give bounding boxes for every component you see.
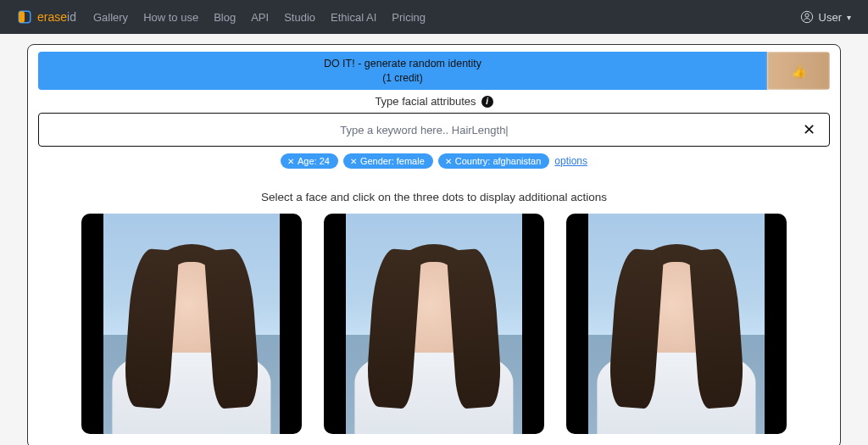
- face-image: [588, 214, 765, 434]
- thumbs-up-icon: 👍: [792, 64, 806, 78]
- nav-pricing[interactable]: Pricing: [392, 11, 426, 24]
- chip-age[interactable]: ✕ Age: 24: [281, 153, 338, 169]
- keyword-field[interactable]: ✕: [38, 113, 830, 147]
- doit-button[interactable]: DO IT! - generate random identity (1 cre…: [38, 52, 767, 90]
- options-link[interactable]: options: [554, 155, 587, 167]
- nav-api[interactable]: API: [251, 11, 269, 24]
- attributes-label: Type facial attributes: [375, 95, 476, 108]
- nav-gallery[interactable]: Gallery: [93, 11, 128, 24]
- chip-label: Country: afghanistan: [455, 156, 542, 166]
- brand-text: eraseid: [37, 10, 76, 24]
- chip-label: Age: 24: [298, 156, 330, 166]
- nav-ethical-ai[interactable]: Ethical AI: [331, 11, 376, 24]
- faces-row: [38, 214, 830, 434]
- nav-blog[interactable]: Blog: [214, 11, 236, 24]
- face-instruction: Select a face and click on the three dot…: [38, 191, 830, 203]
- svg-point-3: [804, 14, 808, 17]
- doit-row: DO IT! - generate random identity (1 cre…: [38, 52, 830, 90]
- brand[interactable]: eraseid: [17, 9, 76, 25]
- main-panel: DO IT! - generate random identity (1 cre…: [27, 44, 841, 445]
- doit-thumb-button[interactable]: 👍: [767, 52, 830, 90]
- nav-links: Gallery How to use Blog API Studio Ethic…: [93, 11, 800, 24]
- face-image: [103, 214, 280, 434]
- chevron-down-icon: ▾: [847, 13, 851, 22]
- chip-country[interactable]: ✕ Country: afghanistan: [438, 153, 550, 169]
- chip-remove-icon: ✕: [445, 157, 452, 166]
- top-nav: eraseid Gallery How to use Blog API Stud…: [0, 0, 868, 34]
- logo-icon: [17, 9, 32, 25]
- face-result-1[interactable]: [81, 214, 302, 434]
- chip-gender[interactable]: ✕ Gender: female: [343, 153, 433, 169]
- face-result-3[interactable]: [566, 214, 787, 434]
- keyword-input[interactable]: [49, 124, 799, 136]
- chips-row: ✕ Age: 24 ✕ Gender: female ✕ Country: af…: [38, 153, 830, 169]
- clear-input-icon[interactable]: ✕: [799, 120, 819, 139]
- user-menu[interactable]: User ▾: [800, 10, 851, 24]
- svg-rect-1: [19, 11, 25, 23]
- chip-remove-icon: ✕: [350, 157, 357, 166]
- face-image: [346, 214, 522, 434]
- doit-line2: (1 credit): [38, 71, 767, 85]
- chip-label: Gender: female: [360, 156, 425, 166]
- chip-remove-icon: ✕: [287, 157, 294, 166]
- nav-studio[interactable]: Studio: [284, 11, 315, 24]
- attributes-label-row: Type facial attributes i: [38, 95, 830, 108]
- user-label: User: [819, 11, 842, 24]
- info-icon[interactable]: i: [481, 96, 493, 108]
- nav-how-to-use[interactable]: How to use: [143, 11, 198, 24]
- face-result-2[interactable]: [324, 214, 544, 434]
- user-icon: [800, 10, 814, 24]
- doit-line1: DO IT! - generate random identity: [38, 57, 767, 71]
